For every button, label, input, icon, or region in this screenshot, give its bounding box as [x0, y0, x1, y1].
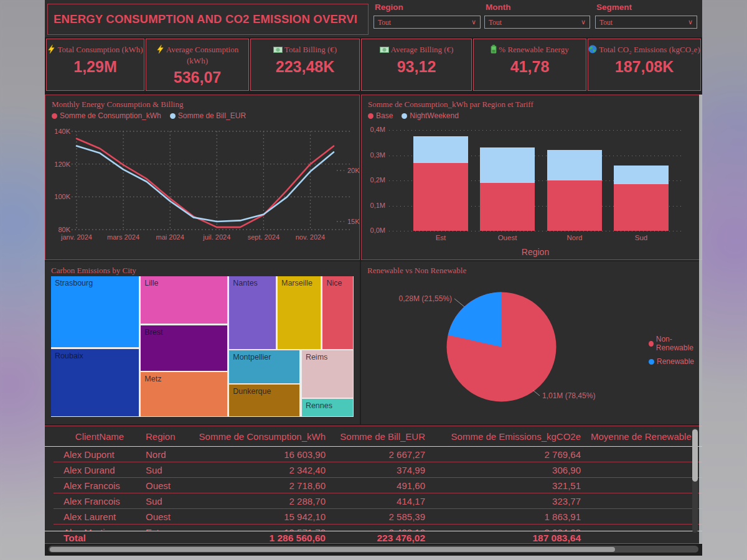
bar-segment[interactable] — [614, 166, 669, 184]
table-header-cell: Somme de Consumption_kWh — [194, 431, 331, 442]
table-header-cell: Moyenne de Renewable — [586, 431, 695, 442]
svg-text:mai 2024: mai 2024 — [156, 233, 184, 241]
treemap-tile[interactable]: Reims — [302, 350, 353, 398]
table-row[interactable]: Alex DupontNord16 603,902 667,272 769,64 — [54, 447, 702, 462]
scrollbar-thumb[interactable] — [50, 547, 615, 552]
table-cell: 2 769,64 — [430, 449, 586, 460]
kpi-total-co2: Total CO₂ Emissions (kgCO₂e) 187,08K — [588, 39, 701, 91]
bar-segment[interactable] — [480, 147, 535, 183]
bar-x-axis-title: Region — [389, 247, 682, 257]
y-axis-tick: 0,4M — [364, 126, 385, 133]
table-cell: Alex Francois — [54, 496, 141, 506]
y-axis-tick: 0,3M — [364, 151, 385, 159]
table-row[interactable]: Alex FrancoisOuest2 718,60491,60321,51 — [54, 478, 702, 493]
table-total-cell: 187 083,64 — [430, 533, 586, 544]
table-total-row: Total1 286 560,60223 476,02187 083,64 — [45, 531, 702, 544]
table-header-row: ClientNameRegionSomme de Consumption_kWh… — [45, 426, 702, 447]
legend-dot-icon — [402, 113, 407, 119]
svg-text:janv. 2024: janv. 2024 — [60, 233, 92, 241]
region-filter-dropdown[interactable]: Tout ∨ — [374, 16, 481, 29]
table-row[interactable]: Alex LaurentOuest15 942,102 585,391 863,… — [54, 509, 702, 525]
globe-icon — [588, 45, 597, 56]
page-title: ENERGY CONSUMPTION AND CO2 EMISSION OVER… — [48, 12, 357, 26]
treemap-tile[interactable]: Dunkerque — [229, 385, 299, 416]
banknote-icon — [380, 46, 389, 56]
treemap-tile[interactable]: Nantes — [229, 276, 275, 349]
bar-chart-title: Somme de Consumption_kWh par Region et T… — [368, 100, 533, 110]
gridline — [389, 130, 682, 131]
bar-segment[interactable] — [413, 163, 468, 231]
pie-chart-legend: Non-RenewableRenewable — [649, 335, 702, 366]
treemap-panel: Carbon Emissions by City StrasbourgRouba… — [45, 261, 360, 424]
segment-filter-value: Tout — [599, 19, 613, 26]
table-cell: Alex Laurent — [54, 511, 141, 522]
svg-text:80K: 80K — [58, 226, 70, 233]
table-cell: Alex Francois — [54, 480, 141, 491]
lightning-icon — [156, 45, 164, 56]
legend-label: Renewable — [657, 357, 694, 366]
treemap-tile[interactable]: Rennes — [302, 399, 353, 416]
legend-item[interactable]: Non-Renewable — [649, 335, 702, 352]
kpi-label: Average Consumption (kWh) — [166, 45, 238, 65]
treemap-tile[interactable]: Metz — [141, 372, 227, 416]
kpi-value: 41,78 — [474, 58, 586, 76]
line-chart[interactable]: 140K120K100K80Kjanv. 2024mars 2024mai 20… — [45, 95, 360, 261]
table-total-cell: Total — [54, 533, 141, 544]
legend-dot-icon — [649, 359, 654, 365]
table-row[interactable]: Alex FrancoisSud2 288,70414,17323,77 — [54, 493, 702, 509]
kpi-average-consumption: Average Consumption (kWh) 536,07 — [146, 39, 249, 91]
table-header-cell: ClientName — [54, 431, 141, 442]
legend-dot-icon — [368, 113, 374, 119]
bar-segment[interactable] — [614, 184, 669, 231]
treemap-tile[interactable]: Lille — [141, 276, 227, 324]
treemap-tile[interactable]: Montpellier — [229, 350, 299, 383]
kpi-label: Average Billing (€) — [391, 45, 454, 54]
table-header-cell: Somme de Bill_EUR — [331, 431, 430, 442]
treemap-tile[interactable]: Strasbourg — [51, 276, 139, 347]
scrollbar-thumb[interactable] — [692, 429, 698, 482]
treemap-tile[interactable]: Brest — [141, 325, 227, 371]
treemap-tile[interactable]: Roubaix — [51, 349, 139, 416]
table-cell: 19 571,70 — [194, 527, 331, 531]
horizontal-scrollbar[interactable] — [49, 546, 698, 553]
table-row[interactable]: Alex DurandSud2 342,40374,99306,90 — [54, 462, 702, 478]
table-cell: Ouest — [141, 511, 194, 522]
bar-category-label: Sud — [613, 234, 669, 241]
table-row[interactable]: Alex MartinsEst19 571,703 490,103 094,29 — [54, 525, 702, 531]
bar-chart-plot[interactable] — [389, 130, 682, 231]
table-cell: Est — [141, 527, 194, 531]
kpi-label: % Renewable Energy — [499, 45, 568, 54]
treemap-tile[interactable]: Marseille — [278, 276, 321, 349]
treemap-title: Carbon Emissions by City — [51, 266, 136, 276]
bar-segment[interactable] — [413, 136, 468, 163]
pie-chart-panel: Renewable vs Non Renewable 0,28M (21,55%… — [361, 261, 702, 424]
table-cell: 374,99 — [331, 465, 430, 475]
y-axis-tick: 0,2M — [364, 176, 385, 184]
bar-segment[interactable] — [480, 183, 535, 231]
bar-segment[interactable] — [547, 180, 602, 231]
bar-segment[interactable] — [547, 150, 602, 180]
table-cell: 491,60 — [331, 480, 430, 491]
table-vertical-scrollbar[interactable] — [692, 428, 698, 533]
legend-item[interactable]: NightWeekend — [402, 111, 459, 120]
table-cell: Alex Dupont — [54, 449, 141, 460]
month-filter-dropdown[interactable]: Tout ∨ — [484, 16, 590, 29]
legend-item[interactable]: Renewable — [649, 357, 702, 366]
y-axis-tick: 0,1M — [364, 202, 385, 209]
y-axis-tick: 0,0M — [364, 226, 385, 234]
svg-text:mars 2024: mars 2024 — [107, 233, 139, 241]
page-scrollbar[interactable] — [699, 95, 702, 544]
kpi-value: 223,48K — [251, 58, 359, 76]
kpi-value: 536,07 — [146, 68, 248, 86]
segment-filter-dropdown[interactable]: Tout ∨ — [595, 16, 697, 29]
region-filter: Region Tout ∨ — [374, 1, 481, 35]
treemap-tile[interactable]: Nice — [322, 276, 353, 349]
kpi-label: Total CO₂ Emissions (kgCO₂e) — [599, 45, 700, 54]
legend-item[interactable]: Base — [368, 111, 393, 120]
table-header-cell: Region — [141, 431, 194, 442]
month-filter: Month Tout ∨ — [484, 1, 590, 35]
svg-text:15K: 15K — [347, 218, 360, 225]
legend-label: NightWeekend — [410, 111, 459, 120]
bar-chart-legend: BaseNightWeekend — [368, 111, 459, 120]
report-title-box: ENERGY CONSUMPTION AND CO2 EMISSION OVER… — [47, 4, 369, 35]
